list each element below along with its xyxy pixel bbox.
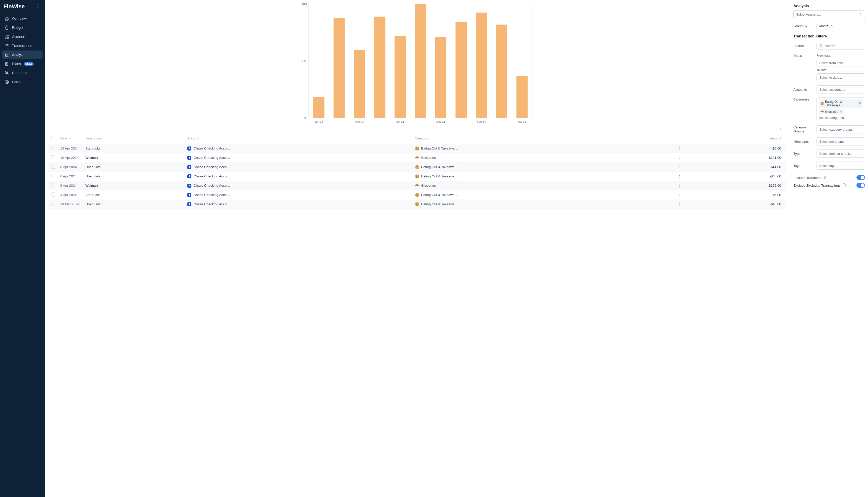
col-date[interactable]: Date — [58, 133, 83, 144]
account-cell[interactable]: Chase Checking Acco… — [187, 184, 410, 188]
date-cell: 6 Apr 2024 — [58, 172, 83, 181]
category-cell[interactable]: 🍔Eating Out & Takeawa… — [415, 202, 686, 206]
category-tag: 🥗Groceries — [819, 109, 844, 114]
categories-input[interactable] — [819, 116, 863, 119]
row-checkbox[interactable] — [51, 193, 55, 197]
exclude-excluded-toggle[interactable] — [856, 183, 865, 188]
remove-tag-button[interactable] — [840, 110, 842, 114]
search-input[interactable] — [825, 44, 862, 48]
exclude-excluded-label: Exclude Excluded Transactions — [793, 184, 841, 187]
nav-label: Reporting — [12, 71, 27, 75]
category-cell[interactable]: 🍔Eating Out & Takeawa… — [415, 174, 686, 179]
info-icon[interactable] — [842, 183, 846, 187]
account-cell[interactable]: Chase Checking Acco… — [187, 156, 410, 160]
category-cell[interactable]: 🍔Eating Out & Takeawa… — [415, 193, 686, 197]
chevron-updown-icon[interactable] — [678, 202, 681, 206]
select-all-checkbox[interactable] — [51, 136, 55, 140]
category-cell[interactable]: 🍔Eating Out & Takeawa… — [415, 165, 686, 169]
catgroups-select[interactable]: Select category groups... — [816, 125, 865, 133]
col-description[interactable]: Description — [83, 133, 185, 144]
chevron-updown-icon[interactable] — [678, 147, 681, 150]
bar-Jul 23[interactable] — [334, 18, 345, 118]
bank-icon — [187, 184, 191, 188]
row-checkbox[interactable] — [51, 146, 55, 150]
description-cell: Uber Eats — [83, 162, 185, 172]
sidebar-menu-button[interactable] — [35, 3, 41, 10]
row-checkbox[interactable] — [51, 165, 55, 169]
chevron-updown-icon[interactable] — [678, 193, 681, 197]
groupby-select[interactable]: Month — [816, 22, 865, 30]
analysis-select[interactable]: Select Analysis... — [793, 10, 865, 18]
remove-tag-button[interactable] — [859, 102, 861, 105]
info-icon[interactable] — [823, 175, 826, 179]
row-checkbox[interactable] — [51, 155, 55, 159]
col-account[interactable]: Account — [185, 133, 413, 144]
row-checkbox[interactable] — [51, 202, 55, 206]
col-category[interactable]: Category — [413, 133, 688, 144]
bar-Oct 23[interactable] — [394, 36, 406, 118]
table-row[interactable]: 10 Apr 2024 Walmart Chase Checking Acco…… — [48, 153, 786, 162]
bank-icon — [187, 165, 191, 169]
table-row[interactable]: 6 Apr 2024 Uber Eats Chase Checking Acco… — [48, 172, 786, 181]
clear-groupby-button[interactable] — [830, 24, 833, 28]
account-cell[interactable]: Chase Checking Acco… — [187, 202, 410, 206]
bar-Jan 24[interactable] — [455, 22, 467, 118]
table-menu-button[interactable] — [778, 126, 784, 132]
account-cell[interactable]: Chase Checking Acco… — [187, 193, 410, 197]
bar-Mar 24[interactable] — [496, 25, 507, 118]
categories-label: Categories — [793, 98, 814, 101]
bar-Aug 23[interactable] — [354, 50, 365, 118]
sidebar-item-goals[interactable]: Goals — [2, 77, 43, 86]
chevron-updown-icon — [859, 13, 862, 16]
search-input-wrap[interactable] — [816, 42, 865, 50]
type-select[interactable]: Select debit or credit... — [816, 150, 865, 158]
category-cell[interactable]: 🥗Groceries — [415, 156, 686, 160]
merchants-select[interactable]: Select merchants... — [816, 138, 865, 145]
nav-label: Plans — [12, 62, 21, 66]
chevron-updown-icon[interactable] — [678, 184, 681, 187]
table-row[interactable]: 13 Apr 2024 Starbucks Chase Checking Acc… — [48, 144, 786, 153]
bar-Feb 24[interactable] — [476, 13, 487, 118]
sidebar-item-transactions[interactable]: Transactions — [2, 41, 43, 50]
account-cell[interactable]: Chase Checking Acco… — [187, 165, 410, 169]
amount-cell: -$40.00 — [688, 199, 786, 209]
account-cell[interactable]: Chase Checking Acco… — [187, 146, 410, 151]
bar-Sep 23[interactable] — [374, 17, 386, 118]
sidebar-item-reporting[interactable]: Reporting — [2, 69, 43, 77]
table-row[interactable]: 4 Apr 2024 Starbucks Chase Checking Acco… — [48, 190, 786, 199]
chevron-updown-icon[interactable] — [678, 175, 681, 178]
search-icon — [819, 44, 823, 47]
table-row[interactable]: 28 Mar 2024 Uber Eats Chase Checking Acc… — [48, 199, 786, 209]
bar-Nov 23[interactable] — [415, 4, 426, 118]
category-emoji-icon: 🥗 — [415, 156, 419, 160]
col-amount[interactable]: Amount — [688, 133, 786, 144]
sidebar-item-plans[interactable]: PlansBETA — [2, 59, 43, 68]
brand-logo[interactable]: FinWise — [3, 3, 25, 10]
row-checkbox[interactable] — [51, 183, 55, 187]
table-row[interactable]: 8 Apr 2024 Uber Eats Chase Checking Acco… — [48, 162, 786, 172]
category-cell[interactable]: 🥗Groceries — [415, 184, 686, 188]
tags-select[interactable]: Select tags... — [816, 161, 865, 170]
svg-rect-4 — [7, 35, 9, 36]
account-cell[interactable]: Chase Checking Acco… — [187, 174, 410, 179]
bar-Jun 23[interactable] — [313, 97, 324, 118]
to-date-input[interactable] — [816, 73, 865, 81]
sidebar-item-budget[interactable]: Budget — [2, 23, 43, 32]
bar-Apr 24[interactable] — [516, 76, 528, 118]
row-checkbox[interactable] — [51, 174, 55, 178]
category-cell[interactable]: 🍔Eating Out & Takeawa… — [415, 146, 686, 151]
chevron-updown-icon[interactable] — [678, 165, 681, 169]
amount-cell: -$6.00 — [688, 144, 786, 153]
sidebar-item-analyze[interactable]: Analyze — [2, 51, 43, 59]
table-row[interactable]: 6 Apr 2024 Walmart Chase Checking Acco… … — [48, 181, 786, 190]
exclude-transfers-toggle[interactable] — [856, 175, 865, 180]
bar-Dec 23[interactable] — [435, 37, 447, 118]
chevron-updown-icon[interactable] — [678, 156, 681, 159]
transactions-table: Date Description Account Category Amount… — [48, 133, 786, 209]
categories-select[interactable]: 🍔Eating Out & Takeaways🥗Groceries — [816, 98, 865, 122]
sidebar-item-overview[interactable]: Overview — [2, 14, 43, 23]
sidebar-item-accounts[interactable]: Accounts — [2, 32, 43, 41]
from-date-input[interactable] — [816, 59, 865, 67]
accounts-select[interactable]: Select accounts... — [816, 85, 865, 94]
date-cell: 28 Mar 2024 — [58, 199, 83, 209]
